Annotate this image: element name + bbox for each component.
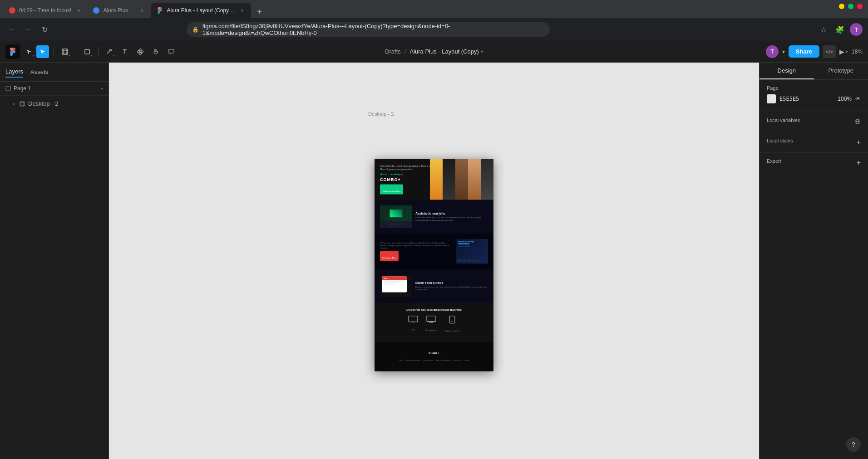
feature3-section: alura Baixe seus cursos Baixe os cursos … (375, 269, 493, 303)
feature2-desc: Tenha acesso a cursos de Front-end, Back… (380, 242, 453, 249)
user-avatar[interactable]: T (766, 45, 779, 58)
figma-menu-button[interactable] (5, 44, 20, 59)
page-row: Page 1 ▾ (0, 82, 108, 96)
feature1-text: Assista do seu jeito Acesse pelo celular… (415, 212, 488, 221)
add-export-button[interactable]: + (857, 159, 861, 166)
tool-frame[interactable]: ▾ (59, 45, 71, 58)
tab-close-alura[interactable]: × (138, 7, 146, 14)
tool-text[interactable]: T (118, 45, 131, 58)
play-icon[interactable]: ▶ (839, 48, 844, 55)
page-visibility-icon[interactable]: 👁 (855, 96, 861, 102)
figma-main: Layers Assets Page 1 ▾ ▸ (0, 63, 868, 459)
feature2-cta: Conheça a Alura (380, 251, 399, 261)
extension-button[interactable]: 🧩 (833, 23, 846, 36)
hero-text1: Com o Combo+, você pode aproveitar a Alu… (380, 165, 434, 171)
tool-select[interactable] (36, 45, 49, 58)
reload-button[interactable]: ↻ (38, 23, 51, 36)
add-local-style-button[interactable]: + (857, 139, 861, 146)
left-panel: Layers Assets Page 1 ▾ ▸ (0, 63, 109, 459)
panel-tabs: Layers Assets (0, 63, 108, 82)
zoom-level[interactable]: 18% (852, 49, 863, 55)
tab-layers[interactable]: Layers (5, 66, 23, 78)
canvas-area[interactable]: Desktop - 2 Com o Combo+, você pode apro… (109, 63, 759, 459)
export-section: Export + (760, 153, 868, 173)
tool-shape[interactable]: ▾ (81, 45, 94, 58)
local-styles-title: Local styles (767, 138, 793, 143)
breadcrumb-drafts[interactable]: Drafts (385, 48, 401, 55)
tab-close-timer[interactable]: × (75, 7, 82, 14)
page-color-opacity[interactable]: 100% (833, 96, 852, 102)
feature1-section: Assista do seu jeito Acesse pelo celular… (375, 200, 493, 234)
footer-legal: © 2022 Alura LLC. Todos os direitos rese… (380, 364, 488, 366)
tool-components[interactable] (134, 45, 147, 58)
device-computer-label: Computadores (425, 329, 437, 331)
tab-close-figma[interactable]: × (238, 7, 246, 14)
back-button[interactable]: ← (5, 23, 18, 36)
layers-list: ▸ Desktop - 2 (0, 96, 108, 112)
hero-cta: Conhecer o Combo+ (380, 185, 403, 195)
window-maximize[interactable]: □ (848, 4, 853, 9)
tool-group-shape: ▾ (81, 45, 94, 58)
page-color-swatch[interactable] (767, 94, 776, 103)
tab-assets[interactable]: Assets (30, 67, 48, 77)
avatar-chevron[interactable]: ▾ (782, 49, 785, 55)
feature2-image: Mergulhe em Tecnologia Cursos de program… (456, 239, 488, 264)
tool-hand[interactable] (149, 45, 162, 58)
feature3-image: alura (380, 275, 412, 298)
figma-app: ▾ ▾ (0, 41, 868, 459)
svg-rect-7 (139, 52, 142, 55)
page-selector-label[interactable]: Page 1 (14, 85, 98, 92)
share-button[interactable]: Share (789, 45, 819, 58)
svg-rect-8 (137, 50, 140, 53)
tab-timer[interactable]: 04:29 - Time to focus! × (4, 3, 88, 18)
device-computer: Computadores (425, 316, 437, 333)
play-chevron[interactable]: ▾ (845, 49, 848, 55)
feature1-title: Assista do seu jeito (415, 212, 488, 215)
footer-links: Sobre Categorias de formação Liderança e… (380, 360, 488, 361)
toolbar-separator-2 (76, 47, 76, 56)
help-button[interactable]: ? (846, 437, 861, 452)
bookmark-button[interactable]: ☆ (817, 23, 830, 36)
tab-prototype[interactable]: Prototype (814, 63, 868, 79)
window-minimize[interactable]: − (839, 4, 844, 9)
tool-pen[interactable]: ▾ (103, 45, 116, 58)
page-color-row: E5E5E5 100% 👁 (767, 94, 861, 103)
figma-toolbar-right: T ▾ Share </> ▶ ▾ 18% (766, 45, 863, 58)
breadcrumb-separator: / (404, 48, 406, 55)
code-view-button[interactable]: </> (823, 45, 836, 58)
devices-title: Disponível nos seus dispositivos favorit… (380, 308, 488, 311)
right-panel: Design Prototype Page E5E5E5 100% 👁 Loca… (759, 63, 868, 459)
tab-favicon-figma (157, 7, 163, 14)
tab-favicon-timer (9, 7, 15, 14)
feature1-image (380, 205, 412, 228)
window-close[interactable]: × (857, 4, 863, 9)
profile-avatar[interactable]: T (850, 23, 863, 36)
feature2-icons (458, 259, 486, 262)
page-chevron[interactable]: ▾ (101, 86, 103, 91)
toolbar-separator-1 (54, 47, 54, 56)
forward-button[interactable]: → (22, 23, 35, 36)
page-name[interactable]: Alura Plus - Layout (Copy) ▾ (409, 48, 483, 55)
page-section: Page E5E5E5 100% 👁 (760, 80, 868, 112)
tool-comment[interactable] (165, 45, 178, 58)
layer-toggle[interactable]: ▸ (11, 101, 16, 107)
footer-logo: alura+ (380, 348, 488, 356)
tab-alura[interactable]: Alura Plus × (88, 3, 151, 18)
feature2-text: Tenha acesso a cursos de Front-end, Back… (380, 242, 453, 261)
tab-title-figma: Alura Plus - Layout (Copy) – Fi... (167, 7, 235, 14)
layer-desktop-2[interactable]: ▸ Desktop - 2 (4, 98, 105, 109)
window-controls: − □ × (839, 4, 863, 9)
address-bar[interactable]: 🔒 figma.com/file/IS8ngz30j9v8HUVvewzfYe/… (187, 22, 550, 37)
tool-group-frame: ▾ (59, 45, 71, 58)
new-tab-button[interactable]: + (253, 5, 266, 18)
tool-group-pen: ▾ (103, 45, 116, 58)
feature3-text: Baixe seus cursos Baixe os cursos para v… (415, 281, 488, 291)
frame-label: Desktop - 2 (368, 111, 394, 117)
variables-icon[interactable] (854, 118, 861, 126)
export-title: Export (767, 158, 781, 164)
page-color-hex[interactable]: E5E5E5 (779, 96, 830, 102)
hero-logos: alura+ × aluralíngua (380, 173, 434, 176)
tab-design[interactable]: Design (760, 63, 814, 79)
tool-move[interactable]: ▾ (23, 45, 35, 58)
tab-figma[interactable]: Alura Plus - Layout (Copy) – Fi... × (151, 3, 251, 18)
